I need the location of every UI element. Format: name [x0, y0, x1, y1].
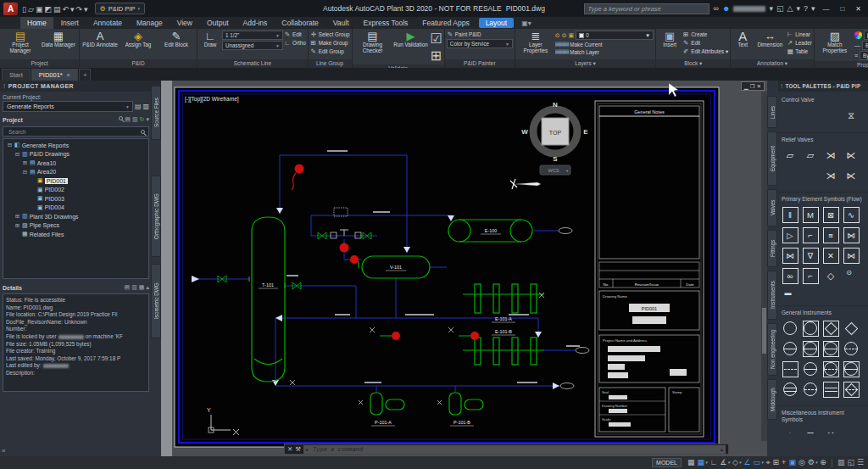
shared-display-instrument-icon[interactable] [803, 321, 819, 337]
menu-tab-express-tools[interactable]: Express Tools [357, 17, 415, 29]
flow-weir-icon[interactable]: ⌐ [803, 227, 819, 243]
viewcube-top-face[interactable]: TOP [549, 130, 562, 136]
angle-relief-valve-icon-1[interactable]: ⋊ [823, 148, 839, 164]
dimension-button[interactable]: ↔ Dimension [754, 30, 786, 48]
menu-tab-vault[interactable]: Vault [326, 17, 356, 29]
select-group-button[interactable]: ✛Select Group [310, 31, 350, 38]
orifice-plate-icon[interactable]: ⋈ [843, 227, 860, 243]
menu-tab-add-ins[interactable]: Add-ins [236, 17, 275, 29]
expander-icon[interactable]: ⊞ [14, 222, 20, 229]
close-tab-icon[interactable]: ✕ [66, 72, 70, 79]
restore-button[interactable]: □ [837, 5, 848, 13]
object-color-dropdown[interactable]: ByLayer▼ [864, 31, 868, 40]
assign-tag-button[interactable]: ◈ Assign Tag [120, 30, 157, 48]
line-size-dropdown[interactable]: 1 1/2"▼ [222, 31, 283, 40]
angle-relief-valve-icon-3[interactable]: ⋊ [823, 168, 839, 184]
panel-grip-icon[interactable]: ⁞ [3, 83, 6, 89]
help-dropdown-icon[interactable]: ▾ [811, 4, 815, 13]
menu-tab-featured-apps[interactable]: Featured Apps [415, 17, 476, 29]
panel-label-annotation[interactable]: Annotation ▾ [731, 59, 814, 68]
command-expand-icon[interactable]: ▴ [721, 446, 723, 452]
autosnap-tracking-icon[interactable]: ∠ [743, 457, 750, 468]
aux-inaccessible-icon[interactable] [823, 361, 839, 377]
panel-label-schematic-line[interactable]: Schematic Line [198, 59, 308, 68]
expander-icon[interactable]: ⊟ [22, 169, 28, 176]
alerts-icon[interactable]: △ [787, 4, 793, 13]
project-search-input[interactable] [7, 128, 141, 136]
save-as-icon[interactable]: ◩ [43, 5, 53, 14]
menu-tab-insert[interactable]: Insert [54, 17, 86, 29]
status-menu-icon[interactable]: ☰ [857, 457, 864, 468]
viewport-label[interactable]: [-][Top][2D Wireframe] [185, 96, 239, 103]
linetype-dropdown[interactable]: ByLayer▼ [862, 41, 868, 50]
side-tab-orthographic-dwg[interactable]: Orthographic DWG [151, 176, 161, 257]
create-block-button[interactable]: ⊞Create [682, 31, 728, 38]
application-menu-icon[interactable]: A [3, 3, 18, 15]
layer-dropdown[interactable]: 0 ▼ [576, 31, 654, 40]
viewport-minimize-icon[interactable]: ▁ [744, 82, 748, 91]
linear-dimension-button[interactable]: ⊢Linear [787, 31, 812, 38]
palette-tab-middough[interactable]: Middough [767, 379, 777, 420]
plc-dash-instrument-icon[interactable] [843, 382, 860, 398]
grid-icon[interactable]: ▦ [687, 457, 695, 468]
new-drawing-icon[interactable]: ▤ [125, 116, 131, 123]
tree-item-pid003[interactable]: ▣PID003 [3, 194, 148, 204]
viewcube-west[interactable]: W [521, 128, 528, 136]
copy-drawing-icon[interactable]: ▥ [132, 116, 138, 123]
angle-relief-valve-icon-2[interactable]: ⋉ [843, 148, 860, 164]
drawing-checker-button[interactable]: ▤ Drawing Checker [354, 30, 392, 54]
scrollbar-thumb[interactable] [762, 308, 766, 354]
panel-grip-icon[interactable]: ⁞ [781, 83, 783, 89]
run-validation-button[interactable]: ▶ Run Validation [392, 30, 430, 48]
undo-icon[interactable]: ↶ [61, 5, 70, 14]
data-manager-button[interactable]: ▦ Data Manager [40, 30, 77, 48]
venturi-tube-icon[interactable]: ⋈ [843, 248, 860, 264]
isodraft-icon[interactable]: ◇▾ [732, 457, 741, 468]
aux-panel-instrument-icon[interactable] [823, 341, 839, 357]
match-properties-button[interactable]: ▨ Match Properties [816, 30, 854, 54]
layer-lock-icon[interactable]: ▣ [569, 32, 575, 39]
file-tab-pid001[interactable]: PID001* ✕ [31, 69, 78, 81]
venturi-icon[interactable]: ⋈ [782, 248, 798, 264]
panel-collapse-icon[interactable]: « [2, 447, 5, 455]
sign-in-dropdown-icon[interactable]: ▾ [769, 4, 773, 13]
flow-meter-m-icon[interactable]: M [803, 207, 819, 223]
panel-label-layers[interactable]: Layers ▾ [515, 59, 655, 68]
dynamic-input-icon[interactable]: + [782, 457, 786, 468]
logic-instrument-icon[interactable] [843, 321, 860, 337]
menu-tab-output[interactable]: Output [200, 17, 236, 29]
redo-icon[interactable]: ↷ [75, 5, 84, 14]
pitot-t-icon[interactable]: ✕ [823, 248, 839, 264]
refresh-icon[interactable]: ↻ [140, 116, 145, 123]
close-button[interactable]: ✕ [852, 5, 865, 13]
menu-tab-view[interactable]: View [170, 17, 199, 29]
help-search-input[interactable] [584, 3, 709, 14]
pid-annotate-button[interactable]: A P&ID Annotate [81, 30, 119, 48]
panel-label-project[interactable]: Project [0, 59, 79, 68]
misc-instrument-icon-1[interactable]: ∧ [782, 427, 798, 434]
validation-report-icon[interactable]: ⊞ [431, 47, 442, 64]
tree-item-pipe-specs[interactable]: ⊞▨Pipe Specs [3, 221, 148, 231]
3d-object-snap-icon[interactable]: ⊞ [773, 457, 780, 468]
discrete-instrument-icon[interactable] [782, 321, 798, 337]
flow-display-icon[interactable]: ⊠ [823, 207, 839, 223]
full-screen-icon[interactable]: ◱ [847, 457, 854, 468]
viewcube-north[interactable]: N [553, 101, 558, 109]
flow-wave-icon[interactable]: ∿ [843, 207, 860, 223]
angle-relief-valve-icon-4[interactable]: ⋉ [843, 168, 860, 184]
expander-icon[interactable]: ⊞ [22, 159, 28, 166]
panel-instrument-icon[interactable] [803, 341, 819, 357]
layout-tools-icon[interactable]: ▣▾ [516, 17, 537, 29]
tree-item-generate-reports[interactable]: ⊟◧Generate Reports [3, 141, 148, 150]
selection-cycling-icon[interactable]: ⌖ [765, 457, 770, 468]
lineweight-dropdown[interactable]: ByLayer▼ [860, 51, 868, 60]
pid-drawing[interactable]: [-][Top][2D Wireframe] TOP N W E S WCS ▾ [161, 81, 767, 456]
double-orifice-icon[interactable]: ∞ [782, 268, 798, 284]
menu-tab-layout[interactable]: Layout [479, 18, 515, 28]
collapse-icon[interactable]: ▴ [146, 284, 149, 291]
tree-item-pid004[interactable]: ▣PID004 [3, 204, 148, 213]
menu-tab-manage[interactable]: Manage [130, 17, 170, 29]
layer-on-icon[interactable]: ⊙ [555, 32, 560, 39]
lock-ui-icon[interactable]: ▣ [788, 457, 796, 468]
make-group-button[interactable]: ⊞Make Group [310, 39, 350, 47]
